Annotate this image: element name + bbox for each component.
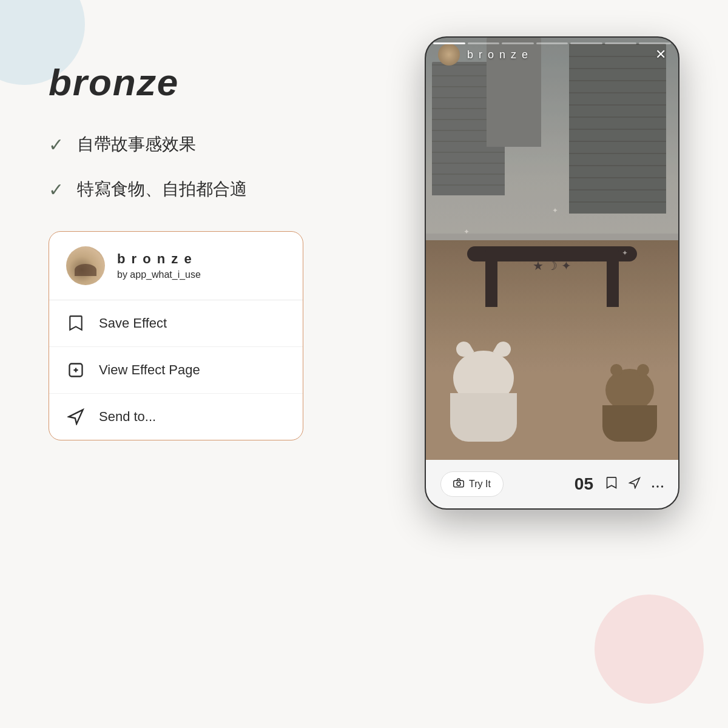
bookmark-icon — [66, 314, 86, 333]
phone-username: b r o n z e — [467, 49, 529, 61]
check-icon-2: ✓ — [49, 179, 64, 200]
try-it-button[interactable]: Try It — [440, 471, 504, 497]
crib-right-post — [607, 246, 619, 307]
bottom-actions — [605, 476, 664, 493]
view-effect-icon — [66, 360, 86, 380]
bear-toy — [599, 369, 660, 442]
phone-bottom-bar: Try It 05 — [426, 460, 678, 508]
avatar-image — [66, 246, 105, 285]
progress-bars — [433, 42, 671, 44]
view-effect-page-item[interactable]: View Effect Page — [49, 347, 303, 394]
count-display: 05 — [575, 474, 593, 494]
svg-marker-6 — [630, 477, 640, 488]
phone-screen: b r o n z e ✕ ★ ☽ ✦ — [426, 38, 678, 460]
feature-item-2: ✓ 特寫食物、自拍都合適 — [49, 178, 340, 201]
by-label: by — [117, 269, 127, 280]
close-button[interactable]: ✕ — [655, 47, 666, 62]
decorative-circle-bottom-right — [595, 595, 704, 704]
crib-decoration: ★ ☽ ✦ — [533, 258, 571, 273]
svg-point-5 — [457, 482, 460, 486]
svg-marker-3 — [69, 410, 83, 423]
card-header: b r o n z e by app_what_i_use — [49, 232, 303, 300]
crib-board: ★ ☽ ✦ — [467, 246, 637, 325]
send-icon — [66, 407, 86, 426]
avatar — [66, 246, 105, 285]
crib-left-post — [485, 246, 497, 307]
action-card: b r o n z e by app_what_i_use Save Effec… — [49, 231, 303, 440]
phone-avatar — [438, 44, 460, 66]
city-scene — [426, 38, 678, 270]
kitty-body — [450, 393, 517, 442]
feature-text-2: 特寫食物、自拍都合適 — [77, 178, 247, 201]
feature-text-1: 自帶故事感效果 — [77, 133, 196, 156]
save-effect-label: Save Effect — [99, 315, 167, 331]
feature-list: ✓ 自帶故事感效果 ✓ 特寫食物、自拍都合適 — [49, 133, 340, 201]
card-user-info: b r o n z e by app_what_i_use — [117, 251, 201, 280]
creator-name: app_what_i_use — [130, 269, 201, 280]
more-options-icon[interactable] — [652, 477, 664, 491]
hello-kitty-toy — [444, 351, 523, 442]
card-by-line: by app_what_i_use — [117, 269, 201, 280]
send-to-item[interactable]: Send to... — [49, 394, 303, 440]
svg-point-7 — [652, 485, 654, 487]
phone-mockup: b r o n z e ✕ ★ ☽ ✦ — [425, 36, 679, 510]
feature-item-1: ✓ 自帶故事感效果 — [49, 133, 340, 156]
bear-body — [602, 405, 657, 442]
city-overlay — [426, 38, 678, 270]
progress-bar-2 — [468, 42, 500, 44]
send-to-label: Send to... — [99, 409, 156, 425]
page-title: bronze — [49, 61, 340, 104]
progress-bar-7 — [639, 42, 671, 44]
phone-bookmark-icon[interactable] — [605, 476, 618, 493]
progress-bar-6 — [605, 42, 637, 44]
check-icon-1: ✓ — [49, 134, 64, 155]
toy-scene: ★ ☽ ✦ — [426, 240, 678, 460]
kitty-ear-left — [453, 339, 474, 359]
phone-send-icon[interactable] — [629, 477, 641, 492]
try-it-label: Try It — [469, 479, 491, 490]
progress-bar-5 — [570, 42, 602, 44]
left-content: bronze ✓ 自帶故事感效果 ✓ 特寫食物、自拍都合適 b r o n z … — [49, 61, 340, 440]
progress-bar-1 — [433, 42, 465, 44]
progress-bar-4 — [536, 42, 568, 44]
svg-point-9 — [661, 485, 663, 487]
bear-ear-left — [610, 364, 622, 376]
bear-ear-right — [637, 364, 649, 376]
progress-bar-3 — [502, 42, 534, 44]
save-effect-item[interactable]: Save Effect — [49, 300, 303, 347]
camera-icon — [453, 478, 464, 490]
view-effect-page-label: View Effect Page — [99, 362, 200, 378]
kitty-ear-right — [493, 339, 513, 359]
svg-point-8 — [656, 485, 658, 487]
card-username: b r o n z e — [117, 251, 201, 267]
